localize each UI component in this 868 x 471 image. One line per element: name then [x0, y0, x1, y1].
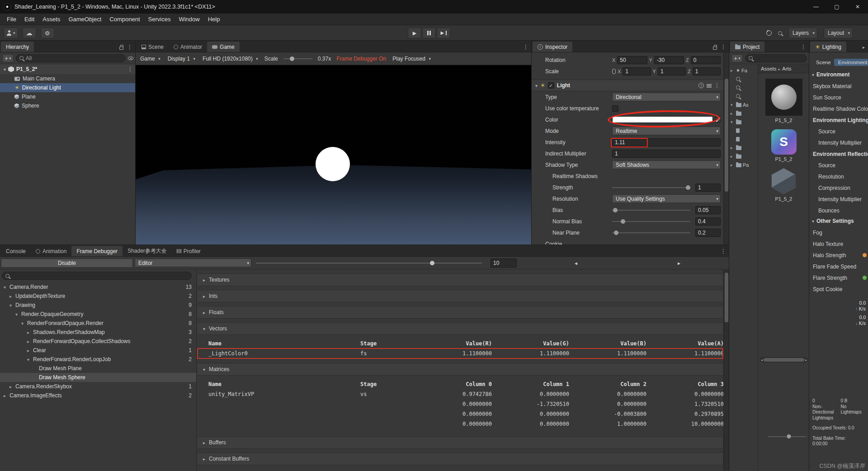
detail-section-header[interactable]: Constant Buffers: [198, 452, 723, 465]
normal-bias-field[interactable]: 0.4: [695, 217, 721, 226]
frame-debugger-disable-button[interactable]: Disable: [1, 259, 133, 268]
frame-event-row[interactable]: ▸ RenderForwardOpaque.CollectShadows 2: [0, 337, 196, 346]
viewport-tab[interactable]: Game: [207, 42, 240, 52]
bias-field[interactable]: 0.05: [695, 206, 721, 214]
tab-lighting[interactable]: Lighting: [810, 42, 846, 52]
rotation-y-field[interactable]: -30: [654, 56, 684, 64]
hierarchy-search-input[interactable]: All: [16, 54, 126, 62]
menu-item[interactable]: Window: [175, 16, 203, 23]
scale-label[interactable]: Scale: [545, 68, 612, 75]
lighting-setting-row[interactable]: Source: [809, 126, 868, 137]
other-settings-section-header[interactable]: Other Settings: [812, 218, 868, 224]
lighting-tab-environment[interactable]: Environment: [834, 59, 868, 66]
bottom-tab[interactable]: Profiler: [172, 246, 206, 256]
step-button[interactable]: [437, 28, 450, 38]
frame-event-row[interactable]: ▾ Camera.Render 13: [0, 283, 196, 292]
viewport-tab[interactable]: Animator: [169, 42, 207, 52]
vectors-table-row[interactable]: _LightColor0 fs 1.1100000 1.1100000 1.11…: [198, 349, 723, 358]
next-event-button[interactable]: [674, 259, 684, 268]
rotation-x-field[interactable]: 50: [617, 56, 647, 64]
hierarchy-item[interactable]: Plane: [0, 92, 136, 101]
folder-tree-row[interactable]: ▸ Fa: [729, 66, 758, 75]
more-icon[interactable]: [127, 66, 133, 72]
viewport-tab[interactable]: Scene: [137, 42, 169, 52]
play-button[interactable]: [408, 28, 421, 38]
foldout-icon[interactable]: ▾: [15, 312, 21, 317]
scale-y-field[interactable]: 1: [658, 67, 686, 75]
foldout-icon[interactable]: ▸: [27, 330, 33, 335]
project-asset[interactable]: S P1_5_2: [771, 129, 797, 162]
details-scrollbar[interactable]: [723, 270, 729, 471]
lighting-setting-row[interactable]: Halo Texture: [809, 238, 868, 250]
folder-tree-row[interactable]: ▸ Pa: [729, 160, 758, 169]
matrices-table-row[interactable]: 0.0000000 0.0000000 1.0000000 10.0000000: [198, 419, 723, 429]
detail-section-header[interactable]: Floats: [198, 306, 723, 319]
foldout-icon[interactable]: [535, 82, 538, 89]
light-enabled-checkbox[interactable]: [548, 82, 554, 89]
horizontal-scrollbar[interactable]: ◂▸: [760, 357, 808, 363]
lighting-setting-row[interactable]: Intensity Multiplier: [809, 193, 868, 205]
breadcrumb-root[interactable]: Assets: [761, 66, 777, 71]
folder-tree-row[interactable]: ▸: [729, 152, 758, 160]
inspector-scrollbar[interactable]: [723, 52, 729, 245]
foldout-icon[interactable]: ▸: [27, 348, 33, 353]
bottom-tab[interactable]: Console: [1, 246, 31, 256]
lock-icon[interactable]: [713, 47, 717, 50]
frame-event-row[interactable]: ▸ Clear 1: [0, 346, 196, 355]
scale-x-field[interactable]: 1: [623, 67, 651, 75]
foldout-icon[interactable]: ▸: [4, 393, 9, 398]
foldout-icon[interactable]: ▸: [731, 146, 735, 150]
more-icon[interactable]: [721, 44, 726, 50]
lighting-setting-row[interactable]: Flare Strength: [809, 272, 868, 283]
menu-item[interactable]: Edit: [20, 16, 38, 23]
vectors-section-header[interactable]: Vectors: [198, 322, 723, 335]
detail-section-header[interactable]: Buffers: [198, 436, 723, 449]
account-button[interactable]: [4, 28, 18, 38]
folder-tree-row[interactable]: [729, 75, 758, 83]
more-icon[interactable]: [721, 248, 726, 254]
event-search-input[interactable]: [2, 272, 192, 280]
light-component-header[interactable]: Light: [532, 80, 723, 91]
add-object-button[interactable]: [2, 54, 14, 62]
lighting-setting-row[interactable]: Resolution: [809, 171, 868, 182]
bottom-tab[interactable]: Shader参考大全: [123, 246, 172, 256]
strength-field[interactable]: 1: [695, 184, 721, 192]
project-search-input[interactable]: [745, 54, 807, 62]
folder-tree-row[interactable]: ▸: [729, 109, 758, 118]
normal-bias-slider[interactable]: [612, 221, 690, 222]
lighting-setting-row[interactable]: Halo Strength: [809, 250, 868, 261]
foldout-icon[interactable]: ▾: [21, 321, 27, 326]
thumbnail-zoom-slider[interactable]: [768, 436, 806, 437]
lighting-setting-row[interactable]: Intensity Multiplier: [809, 137, 868, 148]
breadcrumb-current[interactable]: Arts: [782, 66, 791, 71]
help-icon[interactable]: [698, 83, 704, 88]
tab-inspector[interactable]: Inspector: [533, 42, 572, 52]
near-plane-slider[interactable]: [612, 232, 690, 233]
light-type-dropdown[interactable]: Directional: [612, 93, 721, 101]
folder-tree-row[interactable]: [729, 126, 758, 135]
search-icon[interactable]: [778, 31, 782, 35]
frame-event-row[interactable]: ▸ Camera.ImageEffects 2: [0, 391, 196, 400]
foldout-icon[interactable]: ▾: [731, 103, 735, 107]
resolution-dropdown[interactable]: Full HD (1920x1080): [202, 55, 259, 63]
lighting-setting-row[interactable]: Realtime Shadow Color: [809, 103, 868, 114]
hierarchy-item[interactable]: Directional Light: [0, 83, 136, 92]
frame-event-row[interactable]: ▾ Drawing 9: [0, 301, 196, 310]
folder-tree-row[interactable]: [729, 135, 758, 143]
indirect-multiplier-field[interactable]: 1: [612, 150, 721, 158]
frame-event-row[interactable]: ▸ UpdateDepthTexture 2: [0, 292, 196, 301]
eyedropper-icon[interactable]: [715, 117, 721, 122]
near-plane-field[interactable]: 0.2: [695, 229, 721, 237]
frame-debugger-target-dropdown[interactable]: Editor: [135, 259, 251, 267]
more-icon[interactable]: [801, 44, 806, 50]
project-asset[interactable]: P1_5_2: [765, 79, 802, 123]
frame-event-row[interactable]: Draw Mesh Plane: [0, 364, 196, 373]
foldout-icon[interactable]: ▾: [27, 357, 33, 362]
foldout-icon[interactable]: ▾: [731, 120, 735, 124]
lighting-setting-row[interactable]: Compression: [809, 182, 868, 193]
menu-item[interactable]: GameObject: [64, 16, 105, 23]
tab-hierarchy[interactable]: Hierarchy: [1, 42, 34, 52]
lighting-setting-row[interactable]: Source: [809, 160, 868, 171]
intensity-field[interactable]: 1.11: [612, 138, 721, 146]
shadow-resolution-dropdown[interactable]: Use Quality Settings: [612, 194, 721, 203]
